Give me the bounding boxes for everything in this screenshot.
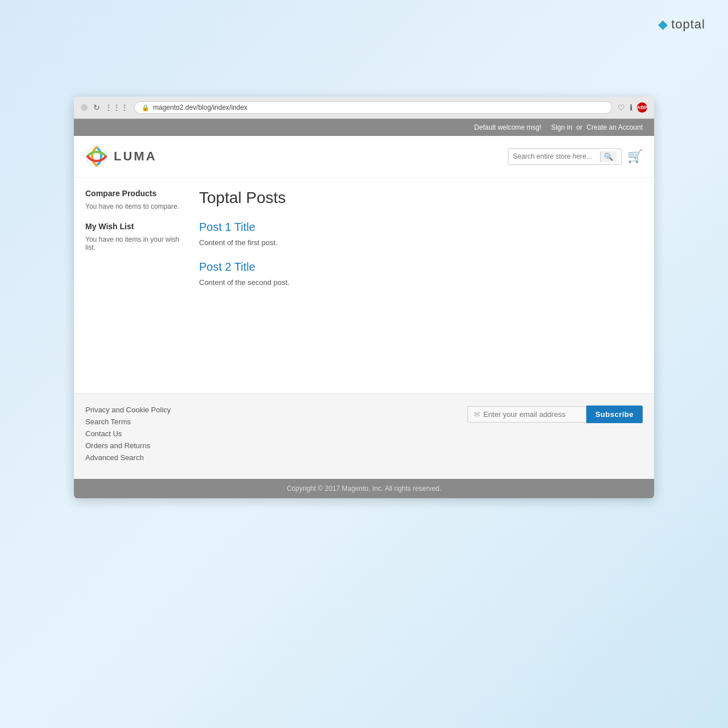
footer-link-search-terms[interactable]: Search Terms [85, 417, 171, 426]
wishlist-text: You have no items in your wish list. [85, 235, 188, 251]
browser-right-icons: ♡ ℹ ABP [618, 102, 647, 113]
compare-products-text: You have no items to compare. [85, 202, 188, 210]
create-account-link[interactable]: Create an Account [586, 123, 643, 131]
adblock-badge: ABP [637, 102, 647, 113]
email-input-wrapper: ✉ [468, 406, 586, 423]
main-layout: Compare Products You have no items to co… [74, 177, 654, 394]
welcome-message: Default welcome msg! [474, 123, 541, 131]
newsletter-area: ✉ Subscribe [468, 406, 643, 423]
copyright-text: Copyright © 2017 Magento, Inc. All right… [287, 485, 441, 493]
footer-link-contact[interactable]: Contact Us [85, 429, 171, 438]
browser-window: ↻ ⋮⋮⋮ 🔒 magento2.dev/blog/index/index ♡ … [74, 97, 654, 498]
post-2-title[interactable]: Post 2 Title [199, 260, 643, 274]
compare-products-title: Compare Products [85, 189, 188, 198]
browser-address-bar[interactable]: 🔒 magento2.dev/blog/index/index [134, 101, 612, 114]
footer-link-privacy[interactable]: Privacy and Cookie Policy [85, 406, 171, 414]
browser-chrome: ↻ ⋮⋮⋮ 🔒 magento2.dev/blog/index/index ♡ … [74, 97, 654, 119]
lock-icon: 🔒 [142, 104, 150, 111]
newsletter-email-input[interactable] [483, 410, 580, 419]
post-1-title[interactable]: Post 1 Title [199, 221, 643, 234]
search-box[interactable]: 🔍 [508, 148, 622, 165]
search-input[interactable] [513, 152, 600, 160]
footer-link-orders[interactable]: Orders and Returns [85, 441, 171, 450]
cart-icon[interactable]: 🛒 [627, 149, 643, 164]
page-title: Toptal Posts [199, 189, 643, 207]
logo-area: LUMA [85, 145, 157, 168]
grid-icon[interactable]: ⋮⋮⋮ [105, 103, 129, 112]
toptal-logo-text: toptal [671, 17, 705, 32]
bottom-bar: Copyright © 2017 Magento, Inc. All right… [74, 479, 654, 498]
content-area: Toptal Posts Post 1 Title Content of the… [199, 189, 643, 382]
svg-point-0 [86, 146, 107, 167]
site-header: LUMA 🔍 🛒 [74, 136, 654, 177]
header-right: 🔍 🛒 [508, 148, 643, 165]
or-text: or [576, 123, 582, 131]
luma-logo-icon [85, 145, 108, 168]
top-bar: Default welcome msg! Sign in or Create a… [74, 119, 654, 136]
refresh-icon[interactable]: ↻ [93, 103, 100, 112]
magento-site: Default welcome msg! Sign in or Create a… [74, 119, 654, 498]
url-text: magento2.dev/blog/index/index [153, 104, 247, 111]
sign-in-link[interactable]: Sign in [551, 123, 572, 131]
browser-nav-icons: ↻ ⋮⋮⋮ [93, 103, 129, 112]
email-icon: ✉ [474, 410, 480, 419]
subscribe-button[interactable]: Subscribe [586, 406, 643, 423]
footer-main: Privacy and Cookie Policy Search Terms C… [85, 406, 643, 462]
toptal-logo: ◆ toptal [658, 17, 705, 32]
toptal-diamond-icon: ◆ [658, 17, 668, 32]
sidebar: Compare Products You have no items to co… [85, 189, 188, 382]
info-icon[interactable]: ℹ [630, 103, 632, 112]
post-1-content: Content of the first post. [199, 238, 643, 247]
heart-icon[interactable]: ♡ [618, 103, 625, 112]
footer-links: Privacy and Cookie Policy Search Terms C… [85, 406, 171, 462]
search-button[interactable]: 🔍 [600, 151, 617, 162]
luma-logo-text: LUMA [114, 149, 157, 164]
post-2-content: Content of the second post. [199, 278, 643, 287]
wishlist-title: My Wish List [85, 222, 188, 231]
site-footer: Privacy and Cookie Policy Search Terms C… [74, 394, 654, 479]
browser-btn-1 [81, 104, 88, 111]
footer-link-advanced-search[interactable]: Advanced Search [85, 453, 171, 462]
